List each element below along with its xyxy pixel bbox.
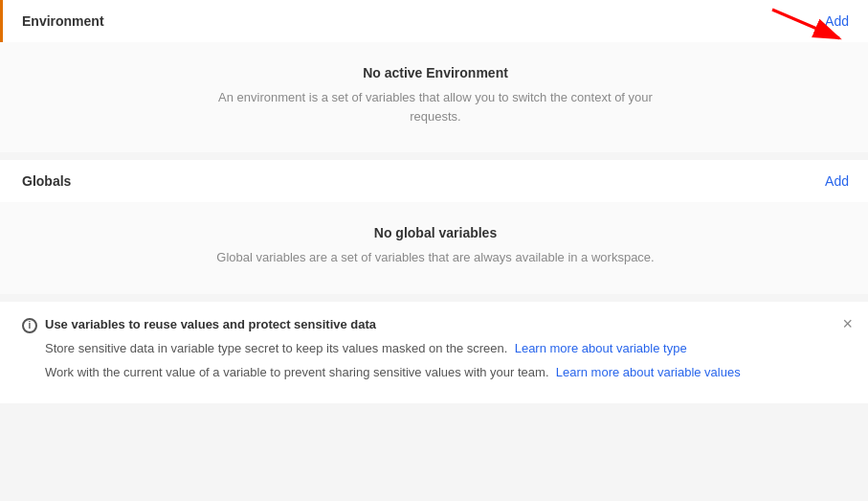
environment-section: Environment Add No active Environment An… [0,0,868,152]
info-icon: i [22,318,37,333]
info-line2: Work with the current value of a variabl… [45,363,849,382]
info-line2-link[interactable]: Learn more about variable values [556,365,741,379]
globals-add-button[interactable]: Add [825,173,849,189]
info-banner-title: Use variables to reuse values and protec… [45,317,376,331]
globals-section: Globals Add No global variables Global v… [0,160,868,294]
globals-body: No global variables Global variables are… [0,202,868,294]
info-line1-link[interactable]: Learn more about variable type [515,341,687,355]
info-line1: Store sensitive data in variable type se… [45,339,849,358]
environment-body: No active Environment An environment is … [0,42,868,152]
info-header: i Use variables to reuse values and prot… [22,317,849,333]
info-line1-text: Store sensitive data in variable type se… [45,341,511,355]
environment-empty-title: No active Environment [22,65,849,80]
info-banner-close-button[interactable]: × [842,315,853,332]
environment-header: Environment Add [0,0,868,42]
environment-title: Environment [22,13,104,29]
environment-empty-desc: An environment is a set of variables tha… [215,88,656,125]
environment-add-button[interactable]: Add [825,13,849,29]
globals-title: Globals [22,173,71,189]
globals-empty-desc: Global variables are a set of variables … [215,248,656,267]
info-line2-text: Work with the current value of a variabl… [45,365,552,379]
info-banner: i Use variables to reuse values and prot… [0,302,868,403]
globals-empty-title: No global variables [22,225,849,240]
globals-header: Globals Add [0,160,868,202]
main-container: Environment Add No active Environment An… [0,0,868,501]
